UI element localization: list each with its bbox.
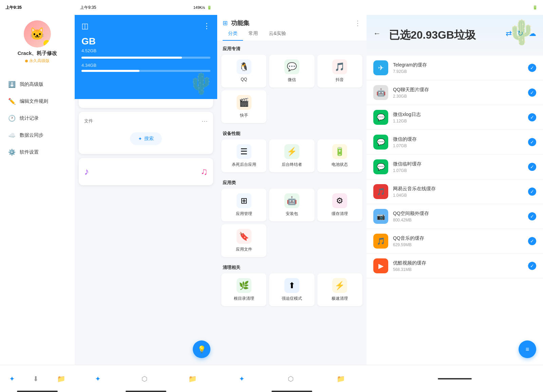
p3-nav-star[interactable]: ⬡ — [288, 375, 294, 383]
func-grid-device: ☰ 杀死后台应用 ⚡ 后台终结者 🔋 电池状态 — [221, 139, 362, 172]
list-item[interactable]: ✈ Telegram的缓存 7.92GB ✓ — [367, 56, 543, 80]
search-btn[interactable]: ✦ 搜索 — [130, 132, 162, 145]
p2-nav-folder[interactable]: 📁 — [188, 375, 197, 383]
func-item-app-mgr[interactable]: ⊞ 应用管理 — [221, 189, 266, 221]
menu-item-rules[interactable]: ✏️ 编辑文件规则 — [0, 93, 75, 110]
files-header: 文件 ⋯ — [84, 117, 208, 125]
qq-zone-icon: 📷 — [373, 209, 388, 224]
func-item-kill-bg[interactable]: ☰ 杀死后台应用 — [221, 139, 266, 172]
p2-nav-fan[interactable]: ✦ — [95, 375, 101, 383]
menu-item-cloud[interactable]: ☁️ 数据云同步 — [0, 127, 75, 144]
storage-detail2: 4.34GB — [81, 63, 210, 68]
files-more-btn[interactable]: ⋯ — [202, 117, 208, 125]
tab-category[interactable]: 分类 — [223, 27, 243, 41]
wechat-icon-wrap: 💬 — [284, 59, 299, 74]
netease-check[interactable]: ✓ — [528, 188, 536, 196]
p3-nav-fan[interactable]: ✦ — [239, 375, 245, 383]
section-title-clean: 清理相关 — [221, 260, 362, 273]
list-item[interactable]: 📷 QQ空间额外缓存 800.42MB ✓ — [367, 204, 543, 229]
menu-item-premium[interactable]: ⬇️ 我的高级版 — [0, 76, 75, 93]
list-item[interactable]: 💬 微信的缓存 1.07GB ✓ — [367, 130, 543, 155]
section-title-0: 应用专清 — [221, 41, 362, 55]
dir-clean-icon-wrap: 🌿 — [237, 278, 251, 293]
list-item[interactable]: 💬 微信临时缓存 1.07GB ✓ — [367, 155, 543, 179]
list-item[interactable]: 🎵 网易云音乐在线缓存 1.04GB ✓ — [367, 179, 543, 204]
nav-fan[interactable]: ✦ — [9, 375, 15, 383]
panel2-storage: 上午9:35 149K/s 🔋 ◫ ⋮ GB 4.52GB 4.34GB 🌵 ✦ — [75, 0, 217, 392]
menu-item-settings[interactable]: ⚙️ 软件设置 — [0, 144, 75, 161]
qq-zone-info: QQ空间额外缓存 800.42MB — [393, 211, 523, 222]
func-label-kill-bg: 杀死后台应用 — [232, 162, 256, 168]
func-item-battery[interactable]: 🔋 电池状态 — [317, 139, 362, 172]
func-grid-apps: ⊞ 应用管理 🤖 安装包 ⚙ 缓存清理 — [221, 189, 362, 221]
more-btn-2[interactable]: ⋮ — [203, 22, 210, 31]
list-item[interactable]: ▶ 优酷视频的缓存 568.31MB ✓ — [367, 254, 543, 278]
qq-chat-check[interactable]: ✓ — [528, 89, 536, 97]
indicator-bar — [17, 391, 58, 392]
func-item-apk[interactable]: 🤖 安装包 — [269, 189, 314, 221]
func-item-ocd-mode[interactable]: ⬆ 强迫症模式 — [269, 273, 314, 306]
search-sparkle-icon: ✦ — [138, 136, 142, 141]
app-files-icon-wrap: 🔖 — [237, 229, 251, 244]
wechat-cache-check[interactable]: ✓ — [528, 138, 536, 146]
search-label: 搜索 — [144, 136, 154, 142]
func-label-ocd-mode: 强迫症模式 — [282, 296, 302, 301]
panel3-title: 功能集 — [231, 19, 351, 27]
func-item-wechat[interactable]: 💬 微信 — [269, 55, 314, 87]
nav-folder[interactable]: 📁 — [57, 375, 65, 383]
qq-zone-name: QQ空间额外缓存 — [393, 211, 523, 217]
list-item[interactable]: 🤖 QQ聊天图片缓存 2.30GB ✓ — [367, 80, 543, 105]
back-btn[interactable]: ← — [373, 29, 381, 38]
func-item-kuaishou[interactable]: 🎬 快手 — [221, 90, 266, 123]
music-left: ♪ — [84, 166, 89, 177]
telegram-check[interactable]: ✓ — [528, 64, 536, 72]
storage-detail: 4.52GB — [81, 48, 210, 53]
youku-check[interactable]: ✓ — [528, 262, 536, 270]
func-label-qq: QQ — [241, 77, 247, 82]
menu-label-settings: 软件设置 — [20, 149, 39, 155]
storage-progress2-fill — [81, 70, 139, 72]
app-mgr-icon-wrap: ⊞ — [237, 193, 251, 208]
qq-chat-info: QQ聊天图片缓存 2.30GB — [393, 87, 523, 99]
section-title-device: 设备性能 — [221, 126, 362, 139]
menu-label-cloud: 数据云同步 — [20, 132, 43, 138]
panels-icon: ◫ — [81, 22, 89, 31]
func-item-bg-killer[interactable]: ⚡ 后台终结者 — [269, 139, 314, 172]
func-item-fast-clean[interactable]: ⚡ 极速清理 — [317, 273, 362, 306]
func-label-app-mgr: 应用管理 — [236, 211, 252, 217]
func-label-dir-clean: 根目录清理 — [234, 296, 254, 301]
func-item-douyin[interactable]: 🎵 抖音 — [317, 55, 362, 87]
more-btn-3[interactable]: ⋮ — [354, 19, 361, 27]
func-item-qq[interactable]: 🐧 QQ — [221, 55, 266, 87]
panel3-bottom-nav: ✦ ⬡ 📁 — [217, 365, 367, 392]
fab-light-btn[interactable]: 💡 — [193, 340, 210, 358]
tab-common[interactable]: 常用 — [243, 27, 263, 41]
cloud-icon: ☁️ — [8, 132, 16, 139]
tab-cloud[interactable]: 云&实验 — [263, 27, 292, 41]
func-item-dir-clean[interactable]: 🌿 根目录清理 — [221, 273, 266, 306]
p2-nav-star[interactable]: ⬡ — [142, 375, 147, 383]
func-label-bg-killer: 后台终结者 — [282, 162, 302, 168]
qq-zone-size: 800.42MB — [393, 218, 523, 222]
func-item-app-files[interactable]: 🔖 应用文件 — [221, 224, 266, 257]
cache-clean-icon-wrap: ⚙ — [332, 193, 347, 208]
telegram-icon: ✈ — [373, 60, 388, 75]
clean-fab-btn[interactable]: ≡ — [519, 340, 536, 358]
func-label-app-files: 应用文件 — [236, 247, 252, 252]
user-profile: 🐱 ⭐ Crack、耗子修改 永久高级版 — [18, 20, 57, 64]
qq-zone-check[interactable]: ✓ — [528, 212, 536, 220]
storage-progress — [81, 57, 210, 59]
func-label-battery: 电池状态 — [332, 162, 348, 168]
light-icon: 💡 — [198, 345, 206, 353]
list-item[interactable]: 💬 微信xlog日志 1.12GB ✓ — [367, 105, 543, 130]
wechat-xlog-check[interactable]: ✓ — [528, 113, 536, 121]
p3-nav-folder[interactable]: 📁 — [337, 375, 345, 383]
qq-music-size: 629.59MB — [393, 242, 523, 247]
qq-music-check[interactable]: ✓ — [528, 237, 536, 245]
menu-item-stats[interactable]: 🕐 统计记录 — [0, 110, 75, 127]
wechat-temp-check[interactable]: ✓ — [528, 163, 536, 171]
list-item[interactable]: 🎵 QQ音乐的缓存 629.59MB ✓ — [367, 229, 543, 254]
func-item-cache-clean[interactable]: ⚙ 缓存清理 — [317, 189, 362, 221]
nav-download[interactable]: ⬇ — [33, 375, 39, 383]
func-label-apk: 安装包 — [286, 211, 298, 217]
